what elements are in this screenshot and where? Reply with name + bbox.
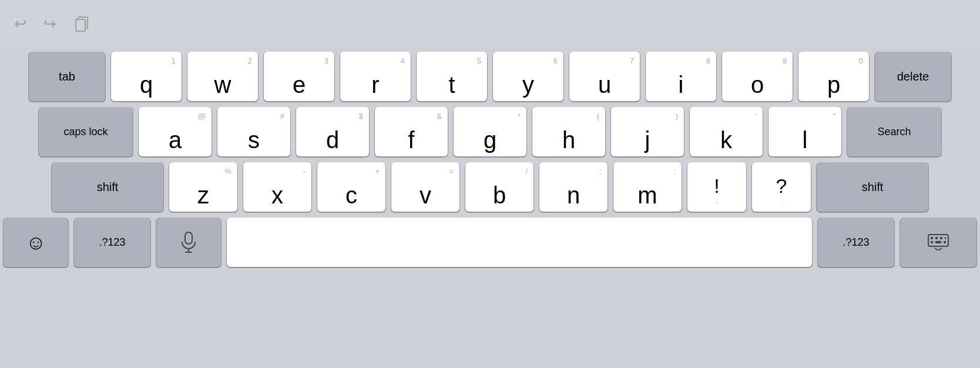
key-w[interactable]: 2 w <box>187 52 258 101</box>
shift-left-key[interactable]: shift <box>52 162 163 212</box>
key-b[interactable]: / b <box>465 162 533 212</box>
keyboard-hide-key[interactable] <box>900 218 976 267</box>
key-u[interactable]: 7 u <box>569 52 640 101</box>
svg-rect-3 <box>185 232 192 244</box>
key-g[interactable]: * g <box>454 107 526 156</box>
keyboard-row-4: ☺ .?123 .?123 <box>4 218 976 267</box>
numbers2-key[interactable]: .?123 <box>818 218 894 267</box>
undo-button[interactable]: ↩ <box>14 15 27 33</box>
svg-rect-12 <box>935 241 941 243</box>
numbers-key[interactable]: .?123 <box>74 218 150 267</box>
search-key[interactable]: Search <box>847 107 941 156</box>
keyboard-row-2: caps lock @ a # s $ d & f * g ( h ) j <box>4 107 976 156</box>
svg-rect-6 <box>928 235 948 246</box>
toolbar: ↩ ↪ <box>0 0 980 47</box>
svg-rect-13 <box>944 241 946 243</box>
key-e[interactable]: 3 e <box>264 52 334 101</box>
key-j[interactable]: ) j <box>611 107 684 156</box>
key-o[interactable]: 9 o <box>722 52 793 101</box>
key-l[interactable]: " l <box>768 107 841 156</box>
key-exclaim[interactable]: ! , <box>687 162 746 212</box>
delete-key[interactable]: delete <box>875 52 951 101</box>
key-h[interactable]: ( h <box>532 107 605 156</box>
redo-button[interactable]: ↪ <box>43 15 56 33</box>
svg-rect-9 <box>940 237 942 239</box>
key-s[interactable]: # s <box>217 107 290 156</box>
key-n[interactable]: ; n <box>539 162 608 212</box>
emoji-key[interactable]: ☺ <box>4 218 68 267</box>
keyboard-row-3: shift % z - x + c = v / b ; n : m <box>4 162 976 212</box>
svg-rect-11 <box>931 241 933 243</box>
key-y[interactable]: 6 y <box>493 52 563 101</box>
keyboard-row-1: tab 1 q 2 w 3 e 4 r 5 t 6 y 7 u 8 <box>4 52 976 101</box>
tab-key[interactable]: tab <box>29 52 105 101</box>
key-f[interactable]: & f <box>375 107 448 156</box>
key-d[interactable]: $ d <box>296 107 369 156</box>
svg-rect-10 <box>945 237 946 239</box>
spacebar-key[interactable] <box>227 218 812 267</box>
key-t[interactable]: 5 t <box>417 52 487 101</box>
svg-rect-8 <box>935 237 938 239</box>
capslock-key[interactable]: caps lock <box>39 107 133 156</box>
key-v[interactable]: = v <box>391 162 459 212</box>
key-x[interactable]: - x <box>243 162 311 212</box>
key-p[interactable]: 0 p <box>798 52 869 101</box>
key-a[interactable]: @ a <box>139 107 212 156</box>
key-q[interactable]: 1 q <box>111 52 182 101</box>
key-question[interactable]: ? . <box>752 162 811 212</box>
key-i[interactable]: 8 i <box>646 52 716 101</box>
svg-rect-7 <box>931 237 933 239</box>
paste-button[interactable] <box>73 15 90 32</box>
svg-rect-1 <box>76 19 85 31</box>
shift-right-key[interactable]: shift <box>817 162 928 212</box>
key-z[interactable]: % z <box>169 162 237 212</box>
mic-key[interactable] <box>156 218 221 267</box>
keyboard: tab 1 q 2 w 3 e 4 r 5 t 6 y 7 u 8 <box>0 47 980 368</box>
key-k[interactable]: ' k <box>690 107 763 156</box>
key-r[interactable]: 4 r <box>340 52 411 101</box>
key-c[interactable]: + c <box>317 162 385 212</box>
key-m[interactable]: : m <box>613 162 682 212</box>
